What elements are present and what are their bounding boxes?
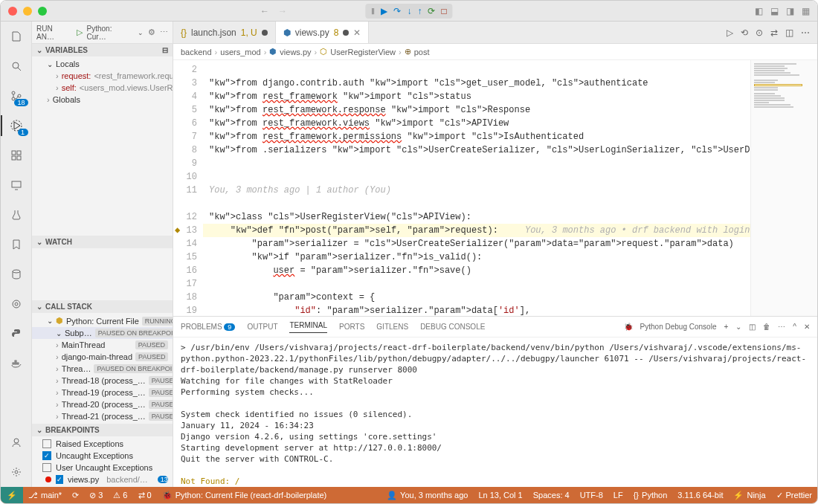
new-terminal-icon[interactable]: + [724,323,728,331]
debug-continue-icon[interactable]: ▶ [381,6,387,16]
code-content[interactable]: "kw">from django.contrib.auth "kw">impor… [203,60,750,316]
database-icon[interactable] [7,265,25,283]
minimize-window[interactable] [23,7,32,16]
python-env-icon[interactable] [7,325,25,343]
debug-restart-icon[interactable]: ⟳ [428,6,435,16]
tab-launch-json[interactable]: {} launch.json 1, U [173,22,276,43]
status-ninja[interactable]: ⚡ Ninja [728,491,770,500]
status-eol[interactable]: LF [608,491,628,500]
globals-scope[interactable]: › Globals [32,94,173,106]
thread-item[interactable]: › MainThreadPAUSED [32,339,173,351]
debug-restart-icon[interactable]: ⟲ [741,28,748,38]
status-interpreter[interactable]: 3.11.6 64-bit [672,491,728,500]
status-lang[interactable]: {} Python [628,491,673,500]
tab-output[interactable]: OUTPUT [247,323,277,331]
remote-icon[interactable] [7,176,25,194]
settings-icon[interactable] [7,463,25,481]
bp-raised[interactable]: Raised Exceptions [32,438,173,450]
panel-bottom-icon[interactable]: ⬓ [770,6,779,16]
terminal-content[interactable]: > /usr/bin/env /Users/vishvaraj/projects… [173,337,817,487]
thread-item[interactable]: › Thread-21 (process_…PAUSED [32,410,173,422]
gear-icon[interactable]: ⚙ [148,28,155,37]
chevron-down-icon[interactable]: ⌄ [735,323,741,331]
bp-user-uncaught[interactable]: User Uncaught Exceptions [32,462,173,474]
maximize-panel-icon[interactable]: ^ [793,323,796,331]
tab-views-py[interactable]: ⬢ views.py 8 ✕ [276,22,370,43]
status-blame[interactable]: 👤 You, 3 months ago [381,491,473,500]
locals-scope[interactable]: ⌄ Locals [32,58,173,70]
debug-session[interactable]: ⌄ ⬢ Python: Current File RUNNING [32,314,173,327]
debug-handle-icon[interactable]: ⦀ [371,6,375,16]
close-icon[interactable]: ✕ [353,28,361,38]
status-prettier[interactable]: ✓ Prettier [771,491,817,500]
extensions-icon[interactable] [7,146,25,164]
panel-left-icon[interactable]: ◧ [755,6,763,16]
subprocess[interactable]: ⌄ Subp… PAUSED ON BREAKPOINT [32,327,173,339]
remote-indicator[interactable]: ⚡ [1,487,23,503]
watch-section[interactable]: ⌄ WATCH [32,236,173,248]
variables-section[interactable]: ⌄ VARIABLES ⊟ [32,44,173,56]
testing-icon[interactable] [7,206,25,224]
tab-ports[interactable]: PORTS [339,323,364,331]
close-window[interactable] [8,7,17,16]
tab-debug-console[interactable]: DEBUG CONSOLE [420,323,485,331]
nav-back-icon[interactable]: ← [260,6,269,16]
maximize-window[interactable] [38,7,47,16]
tab-problems[interactable]: PROBLEMS 9 [181,323,235,331]
bp-uncaught[interactable]: ✓Uncaught Exceptions [32,450,173,462]
status-sync[interactable]: ⟳ [67,487,84,503]
debug-config-select[interactable]: Python: Cur… [87,25,133,41]
debug-icon[interactable]: 1 [7,117,25,135]
search-icon[interactable] [7,57,25,75]
debug-stepover-icon[interactable]: ↷ [393,6,401,16]
gitlens-icon[interactable] [7,295,25,313]
code-editor[interactable]: 234567891011 12◆131415161718192021222324… [173,60,817,316]
diff-icon[interactable]: ⇄ [770,28,778,38]
bookmarks-icon[interactable] [7,236,25,253]
bug-icon[interactable]: 🐞 [624,323,633,331]
chevron-down-icon[interactable]: ⌄ [138,29,144,36]
trash-icon[interactable]: 🗑 [763,323,770,331]
docker-icon[interactable] [7,355,25,372]
variable-request[interactable]: › request: <rest_framework.reques… [32,70,173,82]
more-icon[interactable]: ⋯ [160,28,168,37]
split-terminal-icon[interactable]: ◫ [749,323,756,331]
collapse-icon[interactable]: ⊟ [162,46,168,54]
debug-stop-icon[interactable]: □ [441,6,446,16]
status-encoding[interactable]: UTF-8 [575,491,608,500]
thread-item[interactable]: › Thread-19 (process_…PAUSED [32,387,173,398]
breakpoints-section[interactable]: ⌄ BREAKPOINTS [32,424,173,436]
start-debug-icon[interactable]: ▷ [77,28,83,37]
status-warnings[interactable]: ⚠ 6 [108,487,132,503]
status-debug-session[interactable]: 🐞 Python: Current File (react-drf-boiler… [157,487,332,503]
debug-stop-icon[interactable]: ⊙ [756,28,763,38]
status-lncol[interactable]: Ln 13, Col 1 [473,491,527,500]
panel-right-icon[interactable]: ◨ [786,6,794,16]
layout-customize-icon[interactable]: ▦ [802,6,810,16]
tab-gitlens[interactable]: GITLENS [376,323,408,331]
scm-icon[interactable]: 18 [7,87,25,105]
account-icon[interactable] [7,433,25,451]
status-spaces[interactable]: Spaces: 4 [528,491,575,500]
tab-terminal[interactable]: TERMINAL [289,321,327,333]
callstack-section[interactable]: ⌄ CALL STACK [32,300,173,313]
more-icon[interactable]: ⋯ [778,323,785,331]
thread-item[interactable]: › Thread-20 (process_…PAUSED [32,398,173,410]
status-ports[interactable]: ⇄ 0 [133,487,157,503]
status-errors[interactable]: ⊘ 3 [84,487,108,503]
debug-stepin-icon[interactable]: ↓ [407,6,411,16]
close-panel-icon[interactable]: ✕ [804,323,810,331]
bp-file[interactable]: ✓ views.py backend/users_m… 13 [32,474,173,485]
split-icon[interactable]: ◫ [785,28,793,38]
thread-item[interactable]: › django-main-threadPAUSED [32,351,173,363]
terminal-name[interactable]: Python Debug Console [640,323,717,331]
variable-self[interactable]: › self: <users_mod.views.UserRegi… [32,82,173,94]
minimap[interactable] [750,60,817,316]
thread-item[interactable]: › Threa…PAUSED ON BREAKPOINT [32,363,173,375]
nav-forward-icon[interactable]: → [278,6,287,16]
more-icon[interactable]: ⋯ [801,28,810,38]
breadcrumb[interactable]: backend› users_mod› ⬢views.py› ⬡UserRegi… [173,44,817,60]
debug-stepout-icon[interactable]: ↑ [417,6,422,16]
thread-item[interactable]: › Thread-18 (process_…PAUSED [32,375,173,387]
status-branch[interactable]: ⎇ main* [23,487,67,503]
